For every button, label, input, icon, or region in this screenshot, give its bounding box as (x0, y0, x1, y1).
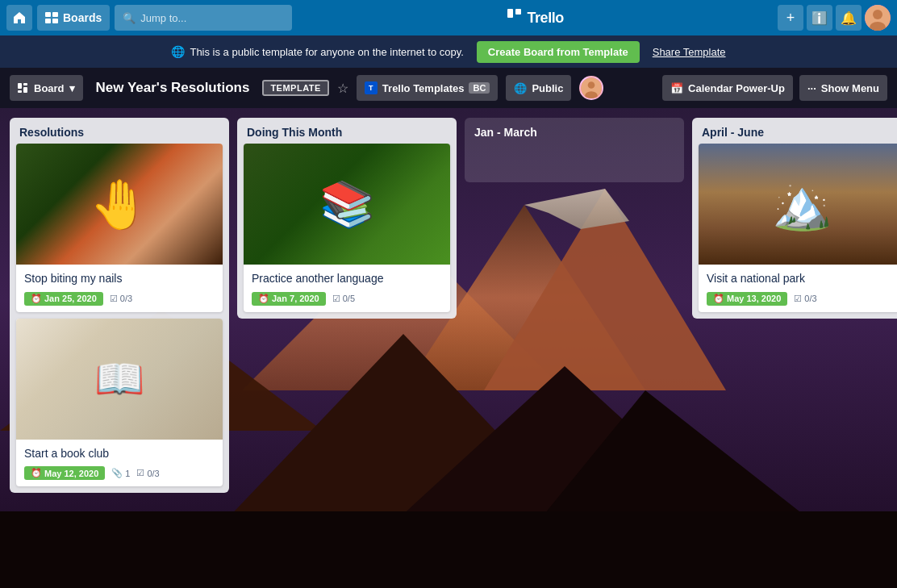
checklist-icon: ☑ (110, 294, 118, 304)
card-practice-language[interactable]: Practice another language ⏰ Jan 7, 2020 … (244, 144, 450, 312)
attachment-icon: 📎 (111, 468, 123, 478)
search-icon: 🔍 (123, 12, 136, 24)
card-body-nails: Stop biting my nails ⏰ Jan 25, 2020 ☑ 0/… (16, 265, 223, 312)
banner-text-content: This is a public template for anyone on … (190, 46, 463, 58)
checklist-icon-3: ☑ (332, 294, 340, 304)
show-menu-label: Show Menu (821, 82, 879, 94)
svg-rect-5 (18, 83, 22, 89)
globe-icon: 🌐 (171, 45, 185, 58)
board-header-right: 📅 Calendar Power-Up ··· Show Menu (662, 75, 887, 101)
boards-icon (45, 12, 58, 23)
card-checklist-mountains: ☑ 0/3 (794, 294, 816, 304)
card-book-club[interactable]: Start a book club ⏰ May 12, 2020 📎 1 (16, 319, 223, 487)
notifications-button[interactable]: 🔔 (836, 5, 862, 31)
dropdown-icon: ▾ (69, 82, 75, 94)
clock-icon-2: ⏰ (31, 468, 42, 478)
svg-rect-0 (507, 9, 513, 18)
list-resolutions: Resolutions Stop biting my nails ⏰ Jan 2… (10, 118, 229, 493)
info-icon: ℹ️ (811, 10, 828, 26)
list-cards-doing-this-month: Practice another language ⏰ Jan 7, 2020 … (237, 144, 457, 319)
svg-point-11 (586, 91, 599, 99)
calendar-power-up-button[interactable]: 📅 Calendar Power-Up (662, 75, 793, 101)
board-view-button[interactable]: Board ▾ (10, 75, 83, 101)
board-label: Board (34, 82, 65, 94)
plus-icon: + (786, 10, 795, 27)
card-title-nails: Stop biting my nails (24, 271, 215, 287)
card-body-mountains: Visit a national park ⏰ May 13, 2020 ☑ 0… (699, 265, 897, 312)
board-member-avatar[interactable] (579, 76, 603, 100)
template-badge: TEMPLATE (262, 80, 328, 96)
info-button[interactable]: ℹ️ (807, 5, 832, 31)
trello-logo-text: Trello (528, 10, 564, 27)
checklist-icon-2: ☑ (136, 468, 144, 478)
card-body-book: Start a book club ⏰ May 12, 2020 📎 1 (16, 440, 223, 487)
board-title: New Year's Resolutions (91, 80, 255, 96)
card-title-book: Start a book club (24, 446, 215, 462)
banner-message: 🌐 This is a public template for anyone o… (171, 45, 463, 58)
public-icon: 🌐 (514, 82, 527, 94)
dots-icon: ··· (807, 82, 816, 94)
home-button[interactable] (6, 5, 32, 31)
clock-icon-3: ⏰ (258, 294, 269, 304)
nav-right-actions: + ℹ️ 🔔 (778, 5, 891, 31)
search-bar[interactable]: 🔍 Jump to... (115, 5, 292, 31)
card-badges-mountains: ⏰ May 13, 2020 ☑ 0/3 (707, 292, 897, 306)
svg-point-10 (588, 81, 595, 89)
card-stop-biting-nails[interactable]: Stop biting my nails ⏰ Jan 25, 2020 ☑ 0/… (16, 144, 223, 312)
card-date-mountains: ⏰ May 13, 2020 (707, 292, 787, 306)
trello-logo-icon (507, 8, 523, 28)
list-title-april-june: April - June (692, 118, 897, 144)
list-doing-this-month: Doing This Month Practice another langua… (237, 118, 457, 319)
clock-icon: ⏰ (31, 294, 42, 304)
visibility-button[interactable]: 🌐 Public (506, 75, 571, 101)
create-button[interactable]: + (778, 5, 803, 31)
card-image-nails (16, 144, 223, 265)
board-header: Board ▾ New Year's Resolutions TEMPLATE … (0, 68, 897, 108)
card-image-book (16, 319, 223, 440)
list-title-resolutions: Resolutions (10, 118, 229, 144)
top-navigation: Boards 🔍 Jump to... Trello + ℹ️ 🔔 (0, 0, 897, 35)
card-badges-language: ⏰ Jan 7, 2020 ☑ 0/5 (252, 292, 442, 306)
public-label: Public (532, 82, 563, 94)
card-title-language: Practice another language (252, 271, 442, 287)
workspace-badge: BC (469, 82, 490, 94)
card-date-language: ⏰ Jan 7, 2020 (252, 292, 326, 306)
template-banner: 🌐 This is a public template for anyone o… (0, 35, 897, 68)
card-attachment-book: 📎 1 (111, 468, 130, 478)
workspace-name: Trello Templates (382, 82, 465, 94)
list-title-doing-this-month: Doing This Month (237, 118, 457, 144)
user-avatar[interactable] (865, 5, 891, 31)
list-cards-resolutions: Stop biting my nails ⏰ Jan 25, 2020 ☑ 0/… (10, 144, 229, 493)
create-board-button[interactable]: Create Board from Template (477, 41, 640, 63)
card-body-language: Practice another language ⏰ Jan 7, 2020 … (244, 265, 450, 312)
card-badges-nails: ⏰ Jan 25, 2020 ☑ 0/3 (24, 292, 215, 306)
bell-icon: 🔔 (841, 10, 857, 26)
show-menu-button[interactable]: ··· Show Menu (799, 75, 887, 101)
boards-button[interactable]: Boards (37, 5, 110, 31)
list-april-june: April - June Visit a national park ⏰ May… (692, 118, 897, 319)
svg-rect-6 (18, 90, 22, 93)
workspace-button[interactable]: T Trello Templates BC (357, 75, 499, 101)
list-cards-april-june: Visit a national park ⏰ May 13, 2020 ☑ 0… (692, 144, 897, 319)
list-jan-march: Jan - March (465, 118, 684, 182)
checklist-icon-4: ☑ (794, 294, 802, 304)
list-title-jan-march: Jan - March (465, 118, 684, 144)
card-badges-book: ⏰ May 12, 2020 📎 1 ☑ 0/3 (24, 466, 215, 480)
trello-workspace-icon: T (365, 81, 378, 94)
card-national-park[interactable]: Visit a national park ⏰ May 13, 2020 ☑ 0… (699, 144, 897, 312)
list-cards-jan-march (465, 144, 684, 150)
card-image-mountains (699, 144, 897, 265)
card-image-language (244, 144, 450, 265)
card-date-book: ⏰ May 12, 2020 (24, 466, 105, 480)
svg-point-3 (873, 10, 882, 19)
svg-rect-7 (23, 83, 27, 85)
search-placeholder: Jump to... (140, 12, 186, 24)
card-checklist-book: ☑ 0/3 (136, 468, 159, 478)
board-content: Resolutions Stop biting my nails ⏰ Jan 2… (0, 108, 897, 588)
calendar-icon: 📅 (670, 82, 683, 94)
card-date-nails: ⏰ Jan 25, 2020 (24, 292, 103, 306)
share-template-button[interactable]: Share Template (653, 46, 726, 58)
star-button[interactable]: ☆ (337, 81, 348, 96)
card-checklist-nails: ☑ 0/3 (110, 294, 132, 304)
svg-rect-1 (515, 9, 521, 15)
